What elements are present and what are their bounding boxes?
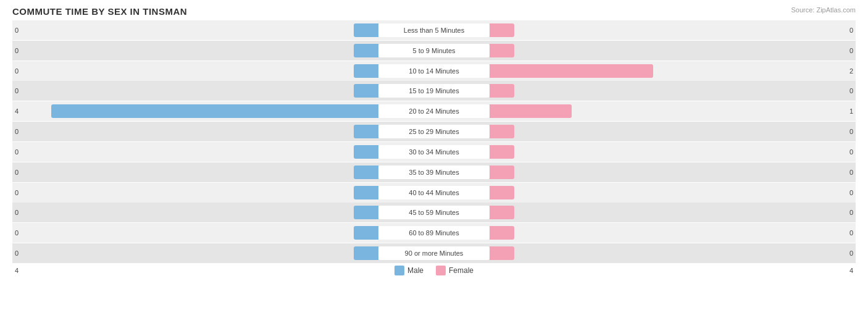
female-value-11: 0 (849, 250, 853, 257)
bar-female-6 (490, 145, 514, 159)
male-value-8: 0 (15, 189, 19, 196)
table-row: 0 30 to 34 Minutes 0 (12, 142, 856, 162)
row-right-11: 0 (490, 243, 856, 263)
female-value-10: 0 (849, 229, 853, 237)
bar-male-8 (354, 186, 378, 199)
source-label: Source: ZipAtlas.com (791, 6, 856, 14)
row-left-6: 0 (12, 142, 378, 162)
female-value-2: 2 (849, 67, 853, 75)
row-label-7: 35 to 39 Minutes (378, 166, 490, 179)
row-right-10: 0 (490, 223, 856, 243)
table-row: 0 40 to 44 Minutes 0 (12, 183, 856, 203)
female-value-7: 0 (849, 169, 853, 176)
row-left-7: 0 (12, 162, 378, 182)
table-row: 0 90 or more Minutes 0 (12, 243, 856, 263)
male-value-4: 4 (15, 107, 19, 115)
chart-title: COMMUTE TIME BY SEX IN TINSMAN (12, 6, 856, 17)
female-value-6: 0 (849, 148, 853, 156)
male-value-0: 0 (15, 27, 19, 34)
row-label-3: 15 to 19 Minutes (378, 84, 490, 98)
bar-male-7 (354, 166, 378, 179)
row-left-10: 0 (12, 223, 378, 243)
bar-male-6 (354, 145, 378, 159)
row-left-9: 0 (12, 203, 378, 222)
row-label-4: 20 to 24 Minutes (378, 104, 490, 118)
row-left-11: 0 (12, 243, 378, 263)
bar-male-5 (354, 125, 378, 138)
bar-male-2 (354, 64, 378, 78)
table-row: 0 5 to 9 Minutes 0 (12, 41, 856, 61)
row-left-5: 0 (12, 122, 378, 141)
row-right-0: 0 (490, 20, 856, 40)
bar-female-5 (490, 125, 514, 138)
female-value-0: 0 (849, 27, 853, 34)
table-row: 0 25 to 29 Minutes 0 (12, 122, 856, 141)
legend-male: Male (394, 266, 424, 275)
male-value-6: 0 (15, 148, 19, 156)
row-label-8: 40 to 44 Minutes (378, 186, 490, 199)
bar-female-4 (490, 104, 572, 118)
table-row: 0 35 to 39 Minutes 0 (12, 162, 856, 182)
row-left-0: 0 (12, 20, 378, 40)
table-row: 0 Less than 5 Minutes 0 (12, 20, 856, 40)
row-right-6: 0 (490, 142, 856, 162)
chart-container: COMMUTE TIME BY SEX IN TINSMAN Source: Z… (0, 0, 868, 323)
row-label-5: 25 to 29 Minutes (378, 125, 490, 138)
legend-female-swatch (436, 266, 446, 275)
row-right-8: 0 (490, 183, 856, 203)
bar-female-9 (490, 206, 514, 219)
row-right-7: 0 (490, 162, 856, 182)
table-row: 0 60 to 89 Minutes 0 (12, 223, 856, 243)
female-value-3: 0 (849, 87, 853, 94)
row-right-9: 0 (490, 203, 856, 222)
table-row: 4 20 to 24 Minutes 1 (12, 101, 856, 121)
bar-female-0 (490, 23, 514, 37)
bar-female-8 (490, 186, 514, 199)
legend-male-label: Male (407, 266, 424, 275)
bar-female-1 (490, 44, 514, 57)
row-right-5: 0 (490, 122, 856, 141)
bottom-area: 4 Male Female 4 (12, 266, 856, 275)
bottom-right-value: 4 (849, 267, 853, 274)
row-label-2: 10 to 14 Minutes (378, 64, 490, 78)
bar-female-7 (490, 166, 514, 179)
row-label-6: 30 to 34 Minutes (378, 145, 490, 159)
row-left-3: 0 (12, 81, 378, 101)
male-value-10: 0 (15, 229, 19, 237)
male-value-3: 0 (15, 87, 19, 94)
female-value-4: 1 (849, 107, 853, 115)
bar-male-9 (354, 206, 378, 219)
female-value-1: 0 (849, 47, 853, 54)
bar-male-3 (354, 84, 378, 98)
row-left-8: 0 (12, 183, 378, 203)
female-value-9: 0 (849, 209, 853, 216)
male-value-5: 0 (15, 128, 19, 135)
table-row: 0 45 to 59 Minutes 0 (12, 203, 856, 222)
bar-male-10 (354, 226, 378, 240)
row-left-2: 0 (12, 61, 378, 81)
bar-female-11 (490, 246, 514, 260)
bar-male-0 (354, 23, 378, 37)
table-row: 0 10 to 14 Minutes 2 (12, 61, 856, 81)
bar-female-2 (490, 64, 653, 78)
bar-male-1 (354, 44, 378, 57)
male-value-1: 0 (15, 47, 19, 54)
row-label-10: 60 to 89 Minutes (378, 226, 490, 240)
bar-male-11 (354, 246, 378, 260)
bar-female-3 (490, 84, 514, 98)
male-value-7: 0 (15, 169, 19, 176)
row-label-11: 90 or more Minutes (378, 246, 490, 260)
male-value-11: 0 (15, 250, 19, 257)
row-right-1: 0 (490, 41, 856, 61)
row-right-3: 0 (490, 81, 856, 101)
female-value-8: 0 (849, 189, 853, 196)
row-label-9: 45 to 59 Minutes (378, 206, 490, 219)
legend-female: Female (436, 266, 474, 275)
row-label-0: Less than 5 Minutes (378, 23, 490, 37)
row-right-4: 1 (490, 101, 856, 121)
legend-male-swatch (394, 266, 404, 275)
bar-female-10 (490, 226, 514, 240)
legend: Male Female (19, 266, 849, 275)
row-right-2: 2 (490, 61, 856, 81)
male-value-2: 0 (15, 67, 19, 75)
